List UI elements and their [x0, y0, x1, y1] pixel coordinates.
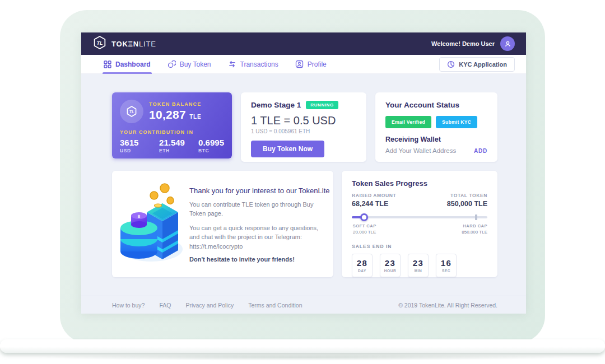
contribution-btc: 0.6995 BTC	[198, 138, 224, 153]
user-avatar[interactable]	[500, 36, 515, 51]
tab-label: Profile	[308, 60, 327, 68]
thanks-paragraph-2: You can get a quick response to any ques…	[189, 223, 325, 251]
footer-link-faq[interactable]: FAQ	[159, 302, 171, 309]
balance-label: TOKEN BALANCE	[149, 101, 201, 107]
footer-link-privacy[interactable]: Privacy and Policy	[185, 302, 234, 309]
buy-token-now-button[interactable]: Buy Token Now	[251, 141, 324, 157]
nav-tabs: Dashboard Buy Token Transactions	[81, 55, 526, 74]
contribution-row: 3615 USD 21.549 ETH 0.6995 BTC	[120, 138, 224, 153]
raised-amount-value: 68,244 TLE	[352, 200, 396, 208]
account-status-card: Your Account Status Email Verified Submi…	[375, 92, 497, 162]
tab-label: Dashboard	[115, 60, 151, 68]
token-sub-rate: 1 USD = 0.005961 ETH	[251, 128, 356, 134]
thanks-paragraph-1: You can contribute TLE token go through …	[189, 200, 325, 218]
contribution-label: YOUR CONTRIBUTION IN	[120, 129, 224, 135]
countdown-seconds: 16 SEC	[436, 254, 457, 277]
receiving-wallet-title: Receiving Wallet	[385, 136, 487, 143]
token-sales-progress-card: Token Sales Progress RAISED AMOUNT 68,24…	[342, 171, 497, 277]
tab-label: Buy Token	[180, 60, 211, 68]
copyright-text: © 2019 TokenLite. All Right Reserved.	[398, 302, 497, 309]
status-badge[interactable]: Submit KYC	[436, 116, 477, 128]
token-stage-card: Demo Stage 1 RUNNING 1 TLE = 0.5 USD 1 U…	[241, 92, 366, 162]
top-navbar: TL TOKΞNLITE Welcome! Demo User	[81, 32, 526, 55]
balance-amount: 10,287 TLE	[149, 108, 201, 122]
token-balance-card: TL TOKEN BALANCE 10,287 TLE YOUR CONTRIB…	[112, 92, 232, 158]
wallet-address-hint: Add Your Wallet Address	[385, 147, 456, 154]
thank-you-card: ฿ Thank you for your interest to our Tok…	[112, 171, 333, 277]
tab-profile[interactable]: Profile	[295, 55, 327, 73]
sales-progress-slider[interactable]	[352, 213, 487, 221]
tab-buy-token[interactable]: Buy Token	[167, 55, 211, 73]
contribution-eth: 21.549 ETH	[159, 138, 198, 153]
dashboard-grid-icon	[104, 60, 111, 68]
footer-link-how-to-buy[interactable]: How to buy?	[112, 302, 145, 309]
svg-text:฿: ฿	[137, 214, 140, 219]
slider-track	[352, 216, 487, 218]
hard-cap-block: HARD CAP 850,000 TLE	[462, 223, 487, 235]
tab-label: Transactions	[240, 60, 278, 68]
dashboard-content: TL TOKEN BALANCE 10,287 TLE YOUR CONTRIB…	[81, 74, 526, 296]
balance-hexagon-icon: TL	[120, 100, 143, 123]
tokenlite-hexagon-icon: TL	[92, 35, 107, 52]
kyc-application-button[interactable]: KYC Application	[439, 57, 515, 72]
coins-icon	[167, 60, 176, 68]
account-status-title: Your Account Status	[385, 101, 487, 109]
countdown-days: 28 DAY	[352, 254, 373, 277]
thanks-invite-line: Don't hesitate to invite your friends!	[189, 256, 325, 263]
app-window: TL TOKΞNLITE Welcome! Demo User	[81, 32, 526, 314]
profile-icon	[295, 60, 304, 68]
welcome-text: Welcome! Demo User	[431, 40, 495, 47]
svg-text:TL: TL	[129, 110, 134, 114]
total-token-value: 850,000 TLE	[447, 200, 487, 208]
laptop-base	[0, 339, 605, 353]
token-rate: 1 TLE = 0.5 USD	[251, 114, 356, 127]
kyc-button-label: KYC Application	[459, 61, 507, 68]
running-badge: RUNNING	[306, 101, 338, 109]
countdown-hours: 23 HOUR	[380, 254, 401, 277]
brand-logo[interactable]: TL TOKΞNLITE	[92, 35, 156, 52]
brand-name: TOKΞNLITE	[111, 40, 156, 48]
sales-end-label: SALES END IN	[352, 244, 487, 249]
status-badge[interactable]: Email Verified	[385, 116, 431, 128]
swap-arrows-icon	[228, 60, 236, 68]
contribution-usd: 3615 USD	[120, 138, 159, 153]
hard-cap-tick	[475, 214, 477, 220]
page: TL TOKΞNLITE Welcome! Demo User	[0, 0, 605, 364]
progress-title: Token Sales Progress	[352, 179, 487, 188]
person-icon	[504, 40, 512, 48]
tab-dashboard[interactable]: Dashboard	[104, 55, 151, 73]
coins-stack-illustration: ฿	[117, 181, 185, 268]
raised-amount-block: RAISED AMOUNT 68,244 TLE	[352, 193, 396, 208]
svg-text:TL: TL	[97, 40, 103, 46]
footer-link-terms[interactable]: Terms and Condition	[248, 302, 302, 309]
tab-transactions[interactable]: Transactions	[228, 55, 278, 73]
countdown-minutes: 23 MIN	[408, 254, 429, 277]
laptop-base-shadow	[34, 354, 571, 361]
progress-handle[interactable]	[360, 213, 368, 221]
stage-title: Demo Stage 1	[251, 101, 301, 109]
total-token-block: TOTAL TOKEN 850,000 TLE	[447, 193, 487, 208]
add-wallet-link[interactable]: ADD	[474, 148, 487, 154]
soft-cap-block: SOFT CAP 20,000 TLE	[353, 223, 376, 235]
kyc-pie-icon	[447, 60, 455, 68]
countdown: 28 DAY 23 HOUR 23 MIN 16	[352, 254, 487, 277]
footer: How to buy? FAQ Privacy and Policy Terms…	[81, 296, 526, 314]
thanks-title: Thank you for your interest to our Token…	[189, 186, 325, 195]
